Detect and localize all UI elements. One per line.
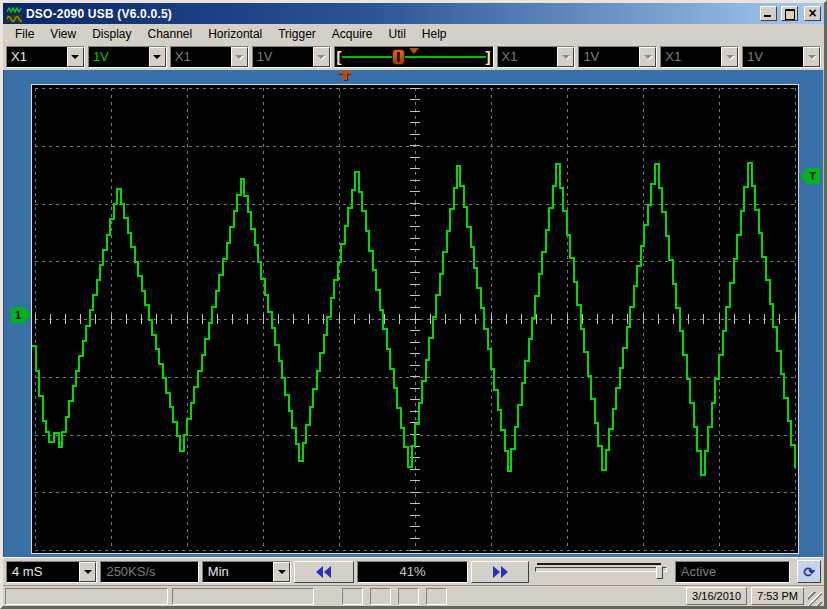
- ch2-volts-div-combo: 1V: [252, 46, 331, 68]
- status-indicator-box: [426, 588, 447, 605]
- menu-bar: File View Display Channel Horizontal Tri…: [3, 24, 824, 43]
- double-right-arrow-icon: [493, 566, 500, 578]
- status-panel-1: [5, 588, 168, 605]
- ch1-zero-level-marker[interactable]: 1: [11, 307, 31, 323]
- horizontal-position-slider[interactable]: [ ]: [334, 46, 494, 68]
- auto-refresh-button[interactable]: ⟳: [797, 560, 821, 583]
- horizontal-position-display: 41%: [357, 561, 468, 583]
- status-date: 3/16/2010: [686, 587, 747, 605]
- app-waveform-icon: [6, 6, 22, 22]
- menu-acquire[interactable]: Acquire: [324, 25, 381, 43]
- waveform-plot: [32, 85, 798, 553]
- status-indicator-box: [342, 588, 363, 605]
- slider-track-line: [342, 56, 486, 58]
- minimize-button[interactable]: [760, 6, 777, 21]
- sample-rate-display: 250KS/s: [100, 561, 198, 583]
- chevron-down-icon: [639, 47, 656, 67]
- close-button[interactable]: [804, 6, 821, 21]
- chevron-down-icon[interactable]: [67, 47, 84, 67]
- status-time: 7:53 PM: [751, 587, 804, 605]
- slider-thumb[interactable]: [656, 566, 663, 579]
- slider-right-bracket: ]: [486, 48, 491, 66]
- menu-help[interactable]: Help: [414, 25, 455, 43]
- chevron-down-icon[interactable]: [273, 562, 290, 582]
- ch1-volts-div-combo[interactable]: 1V: [88, 46, 167, 68]
- status-bar: 3/16/2010 7:53 PM: [3, 585, 824, 606]
- menu-channel[interactable]: Channel: [140, 25, 201, 43]
- menu-display[interactable]: Display: [84, 25, 139, 43]
- window-title: DSO-2090 USB (V6.0.0.5): [26, 7, 756, 21]
- chevron-down-icon[interactable]: [149, 47, 166, 67]
- slider-handle[interactable]: [393, 50, 404, 64]
- double-left-arrow-icon: [316, 566, 323, 578]
- slider-center-marker-icon: [409, 48, 419, 54]
- chevron-down-icon: [231, 47, 248, 67]
- ch1-attenuation-combo[interactable]: X1: [6, 46, 85, 68]
- scroll-left-button[interactable]: [294, 561, 354, 583]
- menu-trigger[interactable]: Trigger: [270, 25, 324, 43]
- ch2-attenuation-combo: X1: [170, 46, 249, 68]
- chevron-down-icon: [557, 47, 574, 67]
- status-indicator-box: [398, 588, 419, 605]
- menu-horizontal[interactable]: Horizontal: [200, 25, 270, 43]
- chevron-down-icon[interactable]: [79, 562, 96, 582]
- menu-file[interactable]: File: [7, 25, 42, 43]
- ch3-volts-div-combo: 1V: [578, 46, 657, 68]
- ch4-attenuation-combo: X1: [660, 46, 739, 68]
- status-indicator-box: [370, 588, 391, 605]
- trigger-position-marker[interactable]: [339, 71, 351, 82]
- acquisition-status-display: Active: [675, 561, 790, 583]
- double-right-arrow-icon: [501, 566, 508, 578]
- menu-view[interactable]: View: [42, 25, 84, 43]
- app-window: DSO-2090 USB (V6.0.0.5) File View Displa…: [0, 0, 827, 609]
- trigger-holdoff-slider[interactable]: [535, 563, 667, 581]
- ch3-attenuation-combo: X1: [497, 46, 576, 68]
- title-bar: DSO-2090 USB (V6.0.0.5): [3, 3, 824, 24]
- status-panel-2: [172, 588, 314, 605]
- chevron-down-icon: [721, 47, 738, 67]
- maximize-button[interactable]: [781, 6, 798, 21]
- menu-util[interactable]: Util: [381, 25, 414, 43]
- refresh-cycle-icon: ⟳: [803, 565, 815, 579]
- scope-display: [31, 84, 799, 554]
- ch4-volts-div-combo: 1V: [742, 46, 821, 68]
- chevron-down-icon: [313, 47, 330, 67]
- scope-workspace: 1 T: [3, 70, 824, 557]
- resize-grip[interactable]: [808, 592, 822, 606]
- scroll-right-button[interactable]: [471, 561, 529, 583]
- toolbar: X1 1V X1 1V [ ] X1 1V: [3, 43, 824, 70]
- control-bar: 4 mS 250KS/s Min 41% Active ⟳: [3, 557, 824, 585]
- trigger-level-marker[interactable]: T: [800, 168, 820, 184]
- timebase-combo[interactable]: 4 mS: [6, 561, 97, 583]
- chevron-down-icon: [803, 47, 820, 67]
- double-left-arrow-icon: [324, 566, 331, 578]
- acquisition-mode-combo[interactable]: Min: [202, 561, 291, 583]
